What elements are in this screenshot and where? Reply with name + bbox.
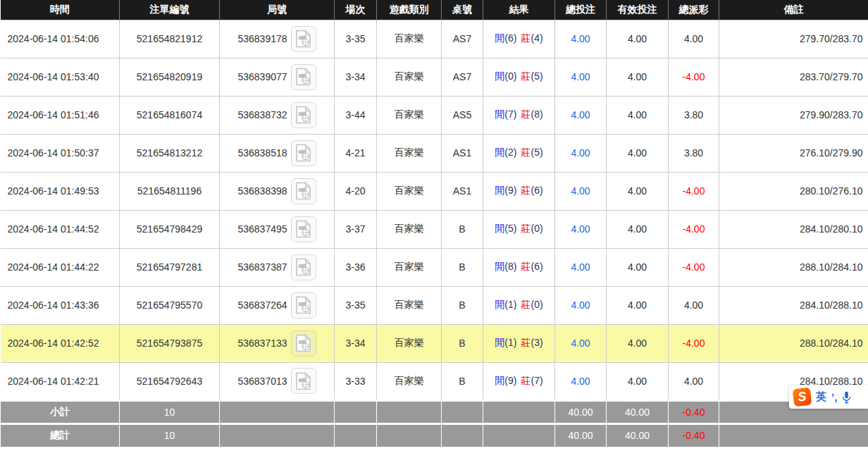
table-row[interactable]: 2024-06-14 01:42:52 521654793875 5368371… [1, 324, 868, 362]
banker-score: 7 [531, 375, 543, 386]
video-replay-icon [294, 67, 313, 87]
round-number: 536837264 [237, 299, 287, 311]
player-score: 6 [504, 32, 516, 44]
round-wrap: 536837387 [220, 254, 334, 280]
remark-cell: 280.10/276.10 [719, 172, 868, 210]
video-replay-button[interactable] [291, 140, 316, 166]
time-cell: 2024-06-14 01:44:22 [1, 248, 120, 286]
player-label: 閒 [495, 147, 504, 158]
table-row[interactable]: 2024-06-14 01:53:40 521654820919 5368390… [1, 58, 868, 96]
summary-label: 總計 [1, 423, 120, 447]
valid-bet-cell: 4.00 [607, 362, 669, 400]
summary-empty-cell [483, 400, 555, 423]
video-replay-button[interactable] [291, 102, 316, 128]
table-row[interactable]: 2024-06-14 01:54:06 521654821912 5368391… [1, 20, 868, 58]
header-round: 局號 [220, 0, 335, 20]
payout-cell: -4.00 [669, 324, 719, 362]
total-bet-cell: 4.00 [555, 286, 607, 324]
round-number: 536839077 [237, 71, 287, 82]
ime-toolbar[interactable]: S 英 ’, [789, 385, 868, 409]
round-cell: 536837133 [220, 324, 335, 362]
video-replay-button[interactable] [291, 216, 316, 242]
player-score: 1 [504, 299, 516, 310]
banker-label: 莊 [521, 337, 531, 348]
video-replay-button[interactable] [291, 254, 316, 280]
payout-cell: 4.00 [669, 20, 719, 58]
summary-label: 小計 [1, 400, 120, 423]
bet-id-cell: 521654813212 [120, 134, 220, 172]
payout-cell: -4.00 [669, 210, 719, 248]
game-type-cell: 百家樂 [377, 324, 442, 362]
player-score: 9 [504, 185, 516, 196]
payout-cell: 4.00 [669, 286, 719, 324]
banker-score: 5 [531, 147, 543, 158]
table-no-cell: AS7 [442, 20, 483, 58]
time-cell: 2024-06-14 01:51:46 [1, 96, 120, 134]
valid-bet-cell: 4.00 [607, 248, 669, 286]
summary-payout: -0.40 [669, 423, 719, 447]
remark-cell: 284.10/280.10 [719, 210, 868, 248]
banker-label: 莊 [521, 70, 531, 82]
result-cell: 閒7莊8 [483, 96, 555, 134]
sogou-logo-icon[interactable]: S [793, 388, 812, 407]
player-label: 閒 [495, 375, 504, 386]
result-cell: 閒9莊6 [483, 172, 555, 210]
video-replay-button[interactable] [291, 368, 316, 394]
payout-cell: 3.80 [669, 96, 719, 134]
total-bet-cell: 4.00 [555, 172, 607, 210]
banker-label: 莊 [521, 223, 531, 234]
header-result: 結果 [483, 0, 555, 20]
header-row: 時間 注單編號 局號 場次 遊戲類別 桌號 結果 總投注 有效投注 總派彩 備註 [1, 0, 868, 20]
table-row[interactable]: 2024-06-14 01:51:46 521654816074 5368387… [1, 96, 868, 134]
header-payout: 總派彩 [669, 0, 719, 20]
player-label: 閒 [495, 70, 504, 82]
table-no-cell: B [442, 210, 483, 248]
table-row[interactable]: 2024-06-14 01:42:21 521654792643 5368370… [1, 362, 868, 400]
table-row[interactable]: 2024-06-14 01:50:37 521654813212 5368385… [1, 134, 868, 172]
time-cell: 2024-06-14 01:49:53 [1, 172, 120, 210]
table-row[interactable]: 2024-06-14 01:44:22 521654797281 5368373… [1, 248, 868, 286]
remark-cell: 288.10/284.10 [719, 248, 868, 286]
time-cell: 2024-06-14 01:50:37 [1, 134, 120, 172]
video-replay-button[interactable] [291, 64, 316, 90]
time-cell: 2024-06-14 01:54:06 [1, 20, 120, 58]
ime-punctuation-toggle[interactable]: ’, [831, 391, 837, 403]
result-cell: 閒2莊5 [483, 134, 555, 172]
banker-label: 莊 [521, 375, 531, 386]
table-row[interactable]: 2024-06-14 01:44:52 521654798429 5368374… [1, 210, 868, 248]
round-wrap: 536837495 [220, 216, 334, 242]
remark-cell: 283.70/279.70 [719, 58, 868, 96]
player-score: 7 [504, 109, 516, 120]
summary-row: 總計 10 40.00 40.00 -0.40 [1, 423, 868, 447]
table-row[interactable]: 2024-06-14 01:49:53 521654811196 5368383… [1, 172, 868, 210]
summary-row: 小計 10 40.00 40.00 -0.40 [1, 400, 868, 423]
player-score: 1 [504, 337, 516, 348]
banker-label: 莊 [521, 32, 531, 44]
summary-payout: -0.40 [669, 400, 719, 423]
video-replay-button[interactable] [291, 26, 316, 52]
round-wrap: 536838398 [220, 178, 334, 204]
valid-bet-cell: 4.00 [607, 286, 669, 324]
table-row[interactable]: 2024-06-14 01:43:36 521654795570 5368372… [1, 286, 868, 324]
game-type-cell: 百家樂 [377, 362, 442, 400]
session-cell: 3-33 [335, 362, 377, 400]
table-no-cell: AS5 [442, 96, 483, 134]
ime-language-mode[interactable]: 英 [816, 390, 826, 404]
game-type-cell: 百家樂 [377, 20, 442, 58]
session-cell: 3-37 [335, 210, 377, 248]
microphone-icon[interactable] [842, 391, 851, 404]
round-number: 536838518 [237, 147, 287, 159]
video-replay-button[interactable] [291, 178, 316, 204]
payout-cell: -4.00 [669, 172, 719, 210]
valid-bet-cell: 4.00 [607, 134, 669, 172]
result-cell: 閒9莊7 [483, 362, 555, 400]
player-label: 閒 [495, 109, 504, 120]
game-type-cell: 百家樂 [377, 134, 442, 172]
video-replay-button[interactable] [291, 292, 316, 318]
banker-score: 0 [531, 223, 543, 234]
round-cell: 536839178 [220, 20, 335, 58]
valid-bet-cell: 4.00 [607, 20, 669, 58]
video-replay-button[interactable] [291, 330, 316, 357]
round-cell: 536837013 [220, 362, 335, 400]
time-cell: 2024-06-14 01:43:36 [1, 286, 120, 324]
